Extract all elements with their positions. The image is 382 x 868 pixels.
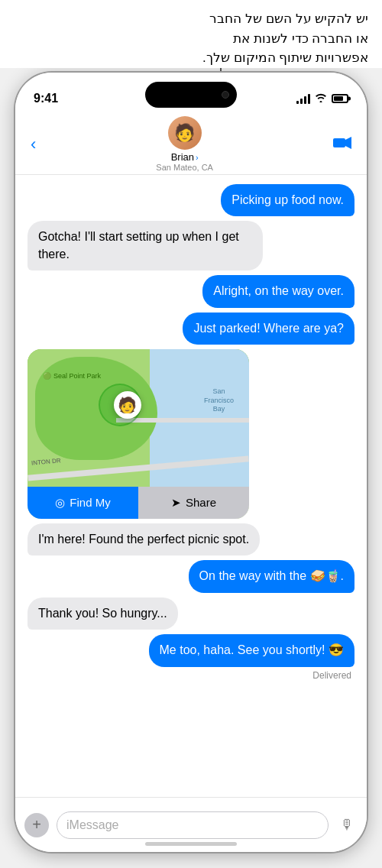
phone-frame: 9:41 ‹ 🧑 Brian › San Mateo, CA xyxy=(15,73,367,852)
location-pin: 🧑 xyxy=(114,391,141,419)
status-icons xyxy=(296,92,348,105)
bay-label: San Francisco Bay xyxy=(204,387,234,414)
findmy-label: Find My xyxy=(70,496,110,509)
road-label: INTON DR xyxy=(31,457,61,466)
annotation-line1: יש להקיש על השם של החבר xyxy=(14,9,368,29)
avatar: 🧑 xyxy=(168,116,202,150)
message-input[interactable]: iMessage xyxy=(57,811,329,839)
bubble-sent: Me too, haha. See you shortly! 😎 xyxy=(149,634,354,666)
contact-location: San Mateo, CA xyxy=(156,163,213,172)
message-row: I'm here! Found the perfect picnic spot. xyxy=(28,523,354,555)
map-road xyxy=(116,418,249,423)
mic-button[interactable]: 🎙 xyxy=(336,815,358,836)
annotation-box: יש להקיש על השם של החבר או החברה כדי לשנ… xyxy=(0,0,382,68)
nav-bar: ‹ 🧑 Brian › San Mateo, CA xyxy=(15,114,367,175)
share-label: Share xyxy=(186,496,216,509)
message-row: On the way with the 🥪🧋. xyxy=(28,560,354,592)
mic-icon: 🎙 xyxy=(340,817,354,833)
input-placeholder: iMessage xyxy=(66,818,118,832)
back-button[interactable]: ‹ xyxy=(31,134,36,154)
bubble-sent: Just parked! Where are ya? xyxy=(183,313,354,345)
contact-name: Brian › xyxy=(171,151,199,163)
bubble-sent: Picking up food now. xyxy=(221,184,354,216)
message-row: Gotcha! I'll start setting up when I get… xyxy=(28,221,354,270)
message-row: 🟢Seal Point Park San Francisco Bay INTON… xyxy=(28,349,354,519)
camera-dot xyxy=(222,91,229,99)
svg-marker-1 xyxy=(345,137,351,149)
annotation-line2: או החברה כדי לשנות את xyxy=(14,29,368,49)
signal-icon xyxy=(296,94,310,104)
share-location-button[interactable]: ➤ Share xyxy=(138,487,249,519)
bubble-received: Thank you! So hungry... xyxy=(28,598,178,630)
location-share-bubble[interactable]: 🟢Seal Point Park San Francisco Bay INTON… xyxy=(28,349,249,519)
home-indicator xyxy=(145,842,237,846)
status-time: 9:41 xyxy=(34,92,58,105)
video-call-button[interactable] xyxy=(333,134,351,154)
svg-rect-0 xyxy=(333,138,345,147)
message-row: Alright, on the way over. xyxy=(28,275,354,307)
bubble-sent: On the way with the 🥪🧋. xyxy=(189,560,354,592)
map-view: 🟢Seal Point Park San Francisco Bay INTON… xyxy=(28,349,249,487)
contact-chevron: › xyxy=(196,153,199,162)
message-row: Just parked! Where are ya? xyxy=(28,313,354,345)
find-my-button[interactable]: ◎ Find My xyxy=(28,487,138,519)
message-row: Picking up food now. xyxy=(28,184,354,216)
bubble-received: Gotcha! I'll start setting up when I get… xyxy=(28,221,263,270)
dynamic-island xyxy=(145,82,237,108)
messages-area: Picking up food now. Gotcha! I'll start … xyxy=(15,175,367,797)
share-icon: ➤ xyxy=(171,496,181,510)
wifi-icon xyxy=(315,92,327,105)
contact-header[interactable]: 🧑 Brian › San Mateo, CA xyxy=(156,116,213,172)
map-action-buttons: ◎ Find My ➤ Share xyxy=(28,487,249,519)
delivered-status: Delivered xyxy=(28,670,354,681)
park-label: 🟢Seal Point Park xyxy=(43,372,101,380)
bubble-sent: Alright, on the way over. xyxy=(202,275,354,307)
message-row: Me too, haha. See you shortly! 😎 xyxy=(28,634,354,666)
status-bar: 9:41 xyxy=(15,73,367,114)
findmy-icon: ◎ xyxy=(55,496,65,510)
annotation-line3: אפשרויות שיתוף המיקום שלך. xyxy=(14,48,368,68)
add-attachment-button[interactable]: + xyxy=(24,813,49,837)
bubble-received: I'm here! Found the perfect picnic spot. xyxy=(28,523,260,555)
message-row: Thank you! So hungry... xyxy=(28,598,354,630)
battery-icon xyxy=(332,94,348,103)
